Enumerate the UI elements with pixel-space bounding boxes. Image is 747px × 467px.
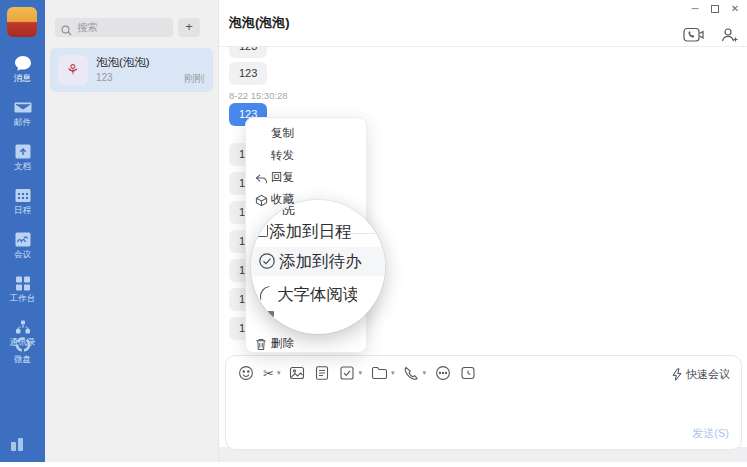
file-button[interactable]	[314, 365, 330, 381]
emoji-button[interactable]	[238, 365, 254, 381]
conversation-item[interactable]: ⚘ 泡泡(泡泡) 123 刚刚	[50, 48, 213, 92]
mail-icon	[13, 98, 33, 117]
flash-icon	[672, 368, 682, 381]
sidebar-item-mail[interactable]: 邮件	[0, 96, 45, 140]
message-bubble[interactable]: 123	[229, 62, 267, 85]
sidebar-label: 邮件	[0, 118, 45, 127]
todo-check-icon	[258, 252, 276, 274]
scissors-icon: ✂	[263, 366, 274, 381]
caret-down-icon: ▾	[277, 369, 281, 377]
conversation-time: 刚刚	[184, 72, 204, 86]
quick-meeting-button[interactable]: 快速会议	[672, 367, 730, 382]
sidebar-item-drive[interactable]: 微盘	[0, 333, 45, 377]
sidebar-item-meeting[interactable]: 会议	[0, 228, 45, 272]
maximize-button[interactable]	[705, 0, 725, 17]
folder-button[interactable]: ▾	[371, 365, 395, 381]
meeting-icon	[13, 230, 33, 249]
bar-chart-icon[interactable]	[7, 434, 29, 454]
close-button[interactable]: ✕	[725, 0, 745, 17]
app-window: 消息 邮件 文档 日程 会议	[0, 0, 747, 467]
sidebar-label: 微盘	[0, 355, 45, 364]
minimize-button[interactable]: ─	[685, 0, 705, 17]
more-button[interactable]	[435, 365, 451, 381]
sidebar-label: 日程	[0, 206, 45, 215]
todo-button[interactable]: ▾	[339, 365, 362, 381]
favorite-icon	[255, 192, 268, 205]
drive-disc-icon	[13, 335, 33, 354]
sidebar-label: 工作台	[0, 294, 45, 303]
composer-toolbar: ✂ ▾ ▾ ▾ ▾	[238, 365, 476, 381]
flower-icon: ⚘	[66, 61, 79, 78]
screenshot-button[interactable]: ✂ ▾	[263, 366, 280, 381]
maximize-icon	[711, 5, 719, 13]
sidebar-item-workbench[interactable]: 工作台	[0, 272, 45, 316]
screenshot-margin	[0, 462, 747, 467]
caret-down-icon: ▾	[422, 369, 426, 377]
menu-item-copy[interactable]: 复制	[246, 122, 366, 144]
conversation-avatar: ⚘	[58, 55, 88, 85]
sidebar-label: 会议	[0, 250, 45, 259]
menu-item-add-to-schedule[interactable]: 添加到日程	[269, 221, 351, 244]
history-button[interactable]	[460, 365, 476, 381]
large-font-read-icon	[258, 286, 272, 300]
menu-item-delete[interactable]: 删除	[246, 332, 366, 354]
message-input[interactable]	[238, 388, 729, 426]
send-button[interactable]: 发送(S)	[692, 426, 729, 441]
conversation-title: 泡泡(泡泡)	[96, 55, 150, 70]
image-button[interactable]	[289, 365, 305, 381]
caret-down-icon: ▾	[358, 369, 362, 377]
chat-panel: 泡泡(泡泡) ─ ✕ 123 123 8-22 15:30:28 123 123…	[218, 0, 747, 462]
message-timestamp: 8-22 15:30:28	[229, 90, 288, 101]
user-avatar[interactable]	[7, 7, 37, 37]
message-bubble[interactable]: 123	[229, 47, 267, 58]
search-input[interactable]: 搜索	[55, 18, 173, 37]
call-button[interactable]: ▾	[403, 365, 426, 381]
video-call-button[interactable]	[683, 27, 705, 47]
conversation-list-panel: 搜索 + ⚘ 泡泡(泡泡) 123 刚刚	[45, 0, 218, 462]
sidebar-item-schedule[interactable]: 日程	[0, 184, 45, 228]
sidebar-label: 消息	[0, 74, 45, 83]
grid-icon	[13, 274, 33, 293]
search-placeholder: 搜索	[77, 21, 98, 35]
document-upload-icon	[13, 142, 33, 161]
menu-item-add-to-todo[interactable]: 添加到待办	[279, 251, 362, 273]
trash-icon	[255, 336, 268, 349]
menu-item-forward[interactable]: 转发	[246, 144, 366, 166]
window-controls: ─ ✕	[685, 0, 745, 17]
composer-panel: ✂ ▾ ▾ ▾ ▾	[225, 355, 742, 450]
sidebar-item-messages[interactable]: 消息	[0, 52, 45, 96]
conversation-preview: 123	[96, 72, 113, 83]
add-member-button[interactable]	[720, 27, 739, 47]
reply-icon	[255, 170, 268, 183]
chat-bubble-icon	[13, 54, 33, 73]
magnifier-lens: 多选 添加到日程 添加到待办 大字体阅读	[251, 200, 385, 334]
search-icon	[61, 22, 72, 33]
sidebar-item-docs[interactable]: 文档	[0, 140, 45, 184]
sidebar-label: 文档	[0, 162, 45, 171]
menu-item-large-font-read[interactable]: 大字体阅读	[277, 284, 357, 308]
calendar-icon	[13, 186, 33, 205]
sidebar: 消息 邮件 文档 日程 会议	[0, 0, 45, 462]
new-chat-button[interactable]: +	[178, 18, 200, 37]
menu-item-reply[interactable]: 回复	[246, 166, 366, 188]
chat-title: 泡泡(泡泡)	[229, 14, 290, 32]
caret-down-icon: ▾	[391, 369, 395, 377]
chat-header: 泡泡(泡泡) ─ ✕	[219, 0, 747, 47]
